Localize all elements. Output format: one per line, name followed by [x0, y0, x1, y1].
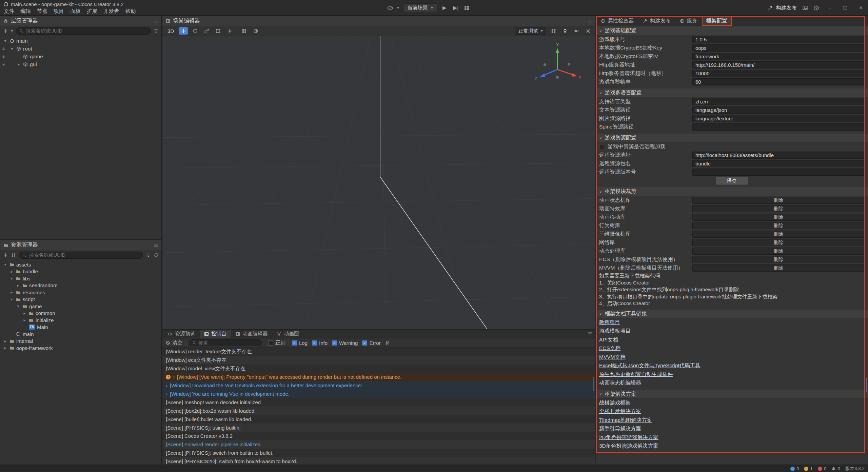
- inspector-tab-属性检查器[interactable]: 属性检查器: [596, 16, 638, 26]
- mode-3d-button[interactable]: 3D: [165, 28, 176, 34]
- add-node-icon[interactable]: [3, 28, 8, 34]
- section-header-游戏多语言配置[interactable]: ∨游戏多语言配置: [596, 88, 868, 97]
- tree-node-initialize[interactable]: ▸initialize: [0, 317, 161, 324]
- link-Tiledmap地图解决方案[interactable]: Tiledmap地图解决方案: [596, 416, 868, 425]
- add-node-caret-icon[interactable]: ▾: [11, 28, 13, 33]
- link-全栈开发解决方案[interactable]: 全栈开发解决方案: [596, 407, 868, 416]
- filter-icon[interactable]: [146, 253, 151, 258]
- link-教程项目[interactable]: 教程项目: [596, 318, 868, 327]
- input-游戏每秒帧率[interactable]: [692, 78, 865, 85]
- device-caret-icon[interactable]: ▾: [397, 5, 399, 10]
- add-asset-icon[interactable]: [3, 253, 8, 258]
- section-header-游戏基础配置[interactable]: ∨游戏基础配置: [596, 26, 868, 35]
- delete-button[interactable]: 删除: [692, 231, 865, 238]
- checkbox-Error[interactable]: ✓: [362, 340, 367, 346]
- menu-扩展[interactable]: 扩展: [84, 8, 100, 15]
- section-header-游戏资源配置[interactable]: ∨游戏资源配置: [596, 134, 868, 142]
- expand-arrow-icon[interactable]: ▸: [22, 318, 27, 322]
- link-新手引导解决方案[interactable]: 新手引导解决方案: [596, 425, 868, 433]
- expand-arrow-icon[interactable]: ▸: [3, 339, 7, 343]
- view-mode-select[interactable]: 正常浏览 ▾: [515, 27, 546, 35]
- collapse-arrow-icon[interactable]: ▾: [9, 297, 14, 302]
- input-文本资源路径[interactable]: [692, 106, 865, 114]
- help-icon[interactable]: [813, 5, 819, 11]
- play-button[interactable]: ▶: [441, 5, 448, 11]
- scene-select[interactable]: 当前场景 ▾: [403, 3, 437, 12]
- rotate-tool-button[interactable]: [191, 27, 199, 35]
- status-warning-badge[interactable]: 1: [804, 466, 813, 471]
- tree-node-game[interactable]: ▾game: [0, 303, 161, 310]
- input-Http服务器请求超时（毫秒）[interactable]: [692, 70, 865, 77]
- step-button[interactable]: ▶|: [452, 5, 460, 11]
- input-游戏版本号[interactable]: [692, 36, 865, 43]
- tree-node-game[interactable]: game: [0, 53, 161, 60]
- link-游戏模板项目[interactable]: 游戏模板项目: [596, 327, 868, 336]
- expand-arrow-icon[interactable]: ▸: [9, 290, 14, 295]
- inspector-tab-构建发布[interactable]: 构建发布: [638, 16, 675, 26]
- filter-Warning[interactable]: ✓Warning: [332, 340, 358, 346]
- delete-button[interactable]: 删除: [692, 248, 865, 255]
- assets-search[interactable]: [19, 252, 143, 259]
- tree-node-script[interactable]: ▾script: [0, 296, 161, 303]
- filter-Log[interactable]: ✓Log: [292, 340, 308, 346]
- preview-image-icon[interactable]: [802, 5, 808, 11]
- checkbox-Log[interactable]: ✓: [292, 340, 297, 346]
- close-button[interactable]: ×: [856, 4, 866, 11]
- hierarchy-header[interactable]: 层级管理器: [0, 16, 161, 26]
- gizmo-x-label[interactable]: X: [578, 75, 581, 80]
- tree-node-seedrandom[interactable]: ▸seedrandom: [0, 282, 161, 289]
- section-header-框架模块裁剪[interactable]: ∨框架模块裁剪: [596, 187, 868, 196]
- camera-view-button[interactable]: [572, 27, 581, 35]
- tree-node-Main[interactable]: TSMain: [0, 324, 161, 331]
- tree-node-internal[interactable]: ▸internal: [0, 338, 161, 345]
- expand-arrow-icon[interactable]: ▸: [17, 62, 21, 67]
- device-preview-icon[interactable]: [387, 5, 393, 11]
- regex-checkbox[interactable]: [268, 340, 273, 346]
- delete-button[interactable]: 删除: [692, 256, 865, 263]
- delete-button[interactable]: 删除: [692, 205, 865, 212]
- console-tab-资源预览[interactable]: 资源预览: [163, 330, 200, 338]
- link-3D角色扮演游戏解决方案[interactable]: 3D角色扮演游戏解决方案: [596, 442, 868, 451]
- delete-button[interactable]: 删除: [692, 222, 865, 229]
- maximize-button[interactable]: □: [840, 4, 850, 11]
- tree-node-common[interactable]: ▸common: [0, 310, 161, 317]
- delete-button[interactable]: 删除: [692, 239, 865, 246]
- menu-文件[interactable]: 文件: [1, 8, 17, 15]
- tree-node-assets[interactable]: ▾assets: [0, 261, 161, 268]
- clear-console-button[interactable]: 清空: [165, 340, 182, 346]
- axis-gizmo[interactable]: Y X Z: [532, 41, 583, 92]
- stats-toggle-button[interactable]: [549, 27, 558, 35]
- status-notice-badge[interactable]: 0: [831, 466, 840, 471]
- save-button[interactable]: 保存: [716, 177, 748, 184]
- gizmo-z-label[interactable]: Z: [535, 76, 537, 81]
- console-tab-动画图[interactable]: 动画图: [272, 330, 303, 338]
- menu-帮助[interactable]: 帮助: [122, 8, 139, 15]
- collapse-arrow-icon[interactable]: ▾: [3, 39, 7, 43]
- console-search[interactable]: [189, 339, 262, 346]
- scene-header[interactable]: 场景编辑器: [162, 16, 595, 26]
- panel-menu-icon[interactable]: [587, 331, 592, 336]
- rect-tool-button[interactable]: [214, 27, 222, 35]
- expand-arrow-icon[interactable]: ▸: [3, 346, 7, 350]
- checkbox-Warning[interactable]: ✓: [332, 340, 337, 346]
- sort-icon[interactable]: [11, 253, 16, 258]
- tree-node-gui[interactable]: ▸gui: [0, 60, 161, 68]
- hierarchy-search-input[interactable]: [26, 28, 147, 34]
- expand-arrow-icon[interactable]: ▸: [9, 269, 14, 274]
- collapse-arrow-icon[interactable]: ▾: [3, 262, 7, 267]
- panel-menu-icon[interactable]: [154, 19, 158, 23]
- checkbox-Info[interactable]: ✓: [312, 340, 317, 346]
- status-info-badge[interactable]: 3: [790, 466, 799, 471]
- input-远程资源地址[interactable]: [692, 152, 865, 159]
- checkbox-游戏中资源是否远程加载[interactable]: [599, 144, 604, 149]
- layout-grid-icon[interactable]: [464, 5, 470, 11]
- status-error-badge[interactable]: 0: [818, 466, 827, 471]
- refresh-icon[interactable]: [154, 253, 159, 258]
- tree-node-libs[interactable]: ▾libs: [0, 275, 161, 282]
- input-图片资源路径[interactable]: [692, 115, 865, 122]
- collapse-arrow-icon[interactable]: ▾: [10, 46, 14, 51]
- move-tool-button[interactable]: [179, 27, 188, 35]
- hierarchy-search[interactable]: [16, 27, 151, 35]
- input-Spine资源路径[interactable]: [692, 123, 865, 131]
- regex-toggle[interactable]: 正则: [268, 340, 285, 346]
